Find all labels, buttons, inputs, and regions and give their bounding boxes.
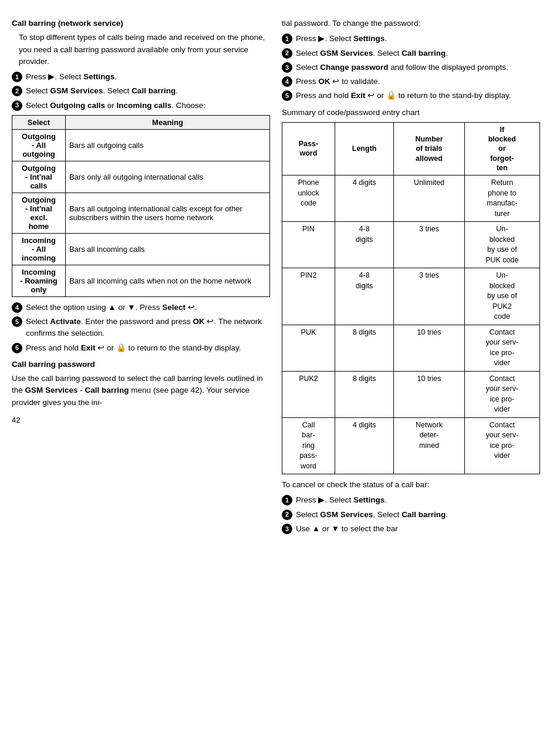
pass-header-trials: Numberof trialsallowed — [394, 122, 464, 175]
pass-blocked-phone-unlock: Returnphone tomanufac-turer — [464, 176, 539, 222]
pass-trials-puk2: 10 tries — [394, 371, 464, 417]
pass-trials-callbar: Networkdeter-mined — [394, 417, 464, 474]
cancel-step-3: 3 Use ▲ or ▼ to select the bar — [282, 523, 540, 535]
step-num-4: 4 — [12, 302, 22, 313]
change-step-2: 2 Select GSM Services. Select Call barri… — [282, 48, 540, 59]
meaning-outgoing-excl: Bars all outgoing international calls ex… — [65, 193, 269, 233]
table-row: Outgoing- All outgoing Bars all outgoing… — [12, 129, 270, 161]
step-num-3: 3 — [12, 100, 22, 111]
pass-length-pin2: 4-8digits — [335, 268, 393, 325]
pass-trials-pin: 3 tries — [394, 222, 464, 268]
pass-header-word: Pass-word — [282, 122, 335, 175]
left-column: Call barring (network service) To stop d… — [12, 18, 270, 538]
cancel-step-1-content: Press ▶. Select Settings. — [296, 494, 540, 506]
step-num-5: 5 — [12, 316, 22, 327]
change-step-5: 5 Press and hold Exit ↩ or 🔒 to return t… — [282, 90, 540, 102]
cancel-steps: 1 Press ▶. Select Settings. 2 Select GSM… — [282, 494, 540, 535]
select-outgoing-intnal: Outgoing- Int'nal calls — [12, 161, 66, 193]
continuation-text: tial password. To change the password: — [282, 18, 540, 29]
step-6: 6 Press and hold Exit ↩ or 🔒 to return t… — [12, 342, 270, 354]
pass-blocked-puk: Contactyour serv-ice pro-vider — [464, 325, 539, 371]
step-2-content: Select GSM Services. Select Call barring… — [26, 85, 270, 97]
selection-table: Select Meaning Outgoing- All outgoing Ba… — [12, 115, 270, 297]
steps-group-2: 4 Select the option using ▲ or ▼. Press … — [12, 302, 270, 354]
change-step-1-content: Press ▶. Select Settings. — [296, 33, 540, 45]
cancel-step-1: 1 Press ▶. Select Settings. — [282, 494, 540, 506]
pass-word-pin: PIN — [282, 222, 335, 268]
pass-blocked-pin2: Un-blockedby use ofPUK2code — [464, 268, 539, 325]
pass-length-pin: 4-8digits — [335, 222, 393, 268]
step-1-content: Press ▶. Select Settings. — [26, 71, 270, 83]
page-number: 42 — [12, 414, 270, 426]
pass-trials-phone-unlock: Unlimited — [394, 176, 464, 222]
step-num-2: 2 — [12, 86, 22, 96]
table-row: Incoming- Roaming only Bars all incoming… — [12, 265, 270, 296]
step-4-content: Select the option using ▲ or ▼. Press Se… — [26, 302, 270, 313]
table-row: PUK2 8 digits 10 tries Contactyour serv-… — [282, 371, 540, 417]
change-step-3-content: Select Change password and follow the di… — [296, 62, 540, 73]
select-outgoing-excl: Outgoing- Int'nal excl.home — [12, 193, 66, 233]
cancel-intro: To cancel or check the status of a call … — [282, 479, 540, 491]
table-row: PUK 8 digits 10 tries Contactyour serv-i… — [282, 325, 540, 371]
steps-group-1: 1 Press ▶. Select Settings. 2 Select GSM… — [12, 71, 270, 112]
meaning-incoming-all: Bars all incoming calls — [65, 233, 269, 265]
summary-title: Summary of code/password entry chart — [282, 107, 540, 119]
pass-header-length: Length — [335, 122, 393, 175]
table-row: PIN2 4-8digits 3 tries Un-blockedby use … — [282, 268, 540, 325]
change-step-num-5: 5 — [282, 90, 292, 101]
change-step-2-content: Select GSM Services. Select Call barring… — [296, 48, 540, 59]
pass-length-puk: 8 digits — [335, 325, 393, 371]
change-step-num-1: 1 — [282, 33, 292, 44]
table-row: Phoneunlockcode 4 digits Unlimited Retur… — [282, 176, 540, 222]
cancel-step-num-3: 3 — [282, 524, 292, 534]
cancel-step-2: 2 Select GSM Services. Select Call barri… — [282, 509, 540, 521]
cancel-step-3-content: Use ▲ or ▼ to select the bar — [296, 523, 540, 535]
pass-word-phone-unlock: Phoneunlockcode — [282, 176, 335, 222]
step-3-content: Select Outgoing calls or Incoming calls.… — [26, 100, 270, 112]
page: Call barring (network service) To stop d… — [0, 0, 560, 556]
cancel-step-2-content: Select GSM Services. Select Call barring… — [296, 509, 540, 521]
change-step-1: 1 Press ▶. Select Settings. — [282, 33, 540, 45]
change-step-num-4: 4 — [282, 76, 292, 87]
pass-blocked-puk2: Contactyour serv-ice pro-vider — [464, 371, 539, 417]
step-num-1: 1 — [12, 72, 22, 82]
table-header-select: Select — [12, 115, 66, 129]
table-row: Incoming- All incoming Bars all incoming… — [12, 233, 270, 265]
section2-title: Call barring password — [12, 359, 270, 370]
meaning-incoming-roaming: Bars all incoming calls when not on the … — [65, 265, 269, 296]
pass-length-phone-unlock: 4 digits — [335, 176, 393, 222]
step-5: 5 Select Activate. Enter the password an… — [12, 316, 270, 340]
cancel-step-num-1: 1 — [282, 495, 292, 505]
table-row: PIN 4-8digits 3 tries Un-blockedby use o… — [282, 222, 540, 268]
section1-body: To stop different types of calls being m… — [19, 32, 270, 68]
cancel-step-num-2: 2 — [282, 510, 292, 520]
pass-blocked-pin: Un-blockedby use ofPUK code — [464, 222, 539, 268]
select-incoming-roaming: Incoming- Roaming only — [12, 265, 66, 296]
change-step-5-content: Press and hold Exit ↩ or 🔒 to return to … — [296, 90, 540, 102]
pass-trials-puk: 10 tries — [394, 325, 464, 371]
meaning-outgoing-intnal: Bars only all outgoing international cal… — [65, 161, 269, 193]
meaning-outgoing-all: Bars all outgoing calls — [65, 129, 269, 161]
change-pass-steps: 1 Press ▶. Select Settings. 2 Select GSM… — [282, 33, 540, 102]
right-column: tial password. To change the password: 1… — [282, 18, 540, 538]
pass-word-puk: PUK — [282, 325, 335, 371]
step-3: 3 Select Outgoing calls or Incoming call… — [12, 100, 270, 112]
step-1: 1 Press ▶. Select Settings. — [12, 71, 270, 83]
step-4: 4 Select the option using ▲ or ▼. Press … — [12, 302, 270, 313]
change-step-3: 3 Select Change password and follow the … — [282, 62, 540, 73]
change-step-4: 4 Press OK ↩ to validate. — [282, 76, 540, 87]
change-step-num-2: 2 — [282, 48, 292, 59]
pass-word-pin2: PIN2 — [282, 268, 335, 325]
pass-blocked-callbar: Contactyour serv-ice pro-vider — [464, 417, 539, 474]
password-table: Pass-word Length Numberof trialsallowed … — [282, 122, 540, 474]
step-5-content: Select Activate. Enter the password and … — [26, 316, 270, 340]
table-row: Outgoing- Int'nal excl.home Bars all out… — [12, 193, 270, 233]
pass-word-puk2: PUK2 — [282, 371, 335, 417]
select-outgoing-all: Outgoing- All outgoing — [12, 129, 66, 161]
table-row: Callbar-ringpass-word 4 digits Networkde… — [282, 417, 540, 474]
pass-length-callbar: 4 digits — [335, 417, 393, 474]
section1-title: Call barring (network service) — [12, 18, 270, 29]
change-step-num-3: 3 — [282, 62, 292, 73]
pass-word-callbar: Callbar-ringpass-word — [282, 417, 335, 474]
change-step-4-content: Press OK ↩ to validate. — [296, 76, 540, 87]
